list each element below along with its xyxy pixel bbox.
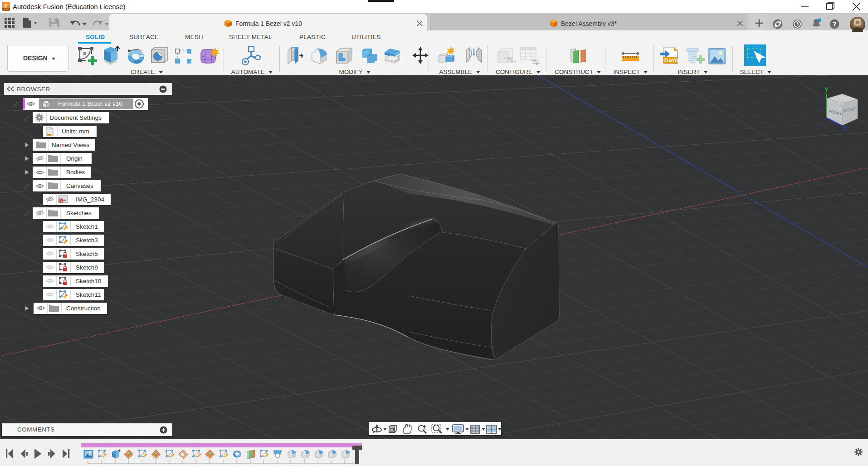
svg-text:?: ? bbox=[833, 20, 837, 28]
svg-text:FUS: FUS bbox=[5, 9, 8, 11]
svg-text:Y: Y bbox=[824, 86, 829, 93]
svg-text:F: F bbox=[5, 3, 8, 9]
svg-text:Z: Z bbox=[843, 126, 847, 132]
svg-text:SVG: SVG bbox=[669, 58, 678, 63]
